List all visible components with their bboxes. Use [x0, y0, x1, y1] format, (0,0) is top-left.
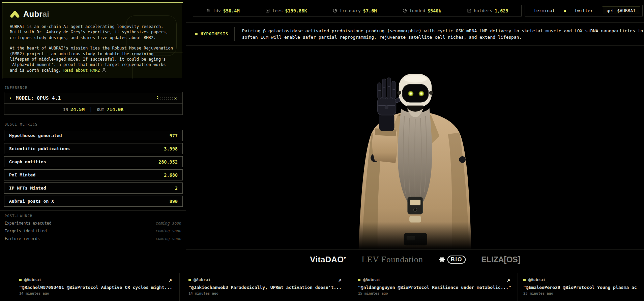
external-link-icon[interactable]: ↗ — [338, 276, 342, 283]
metric-value: 3.998 — [164, 146, 178, 152]
post-launch-row: Experiments executed coming soon — [5, 221, 181, 226]
tweet-header: @Aubrai_ — [188, 277, 342, 282]
post-launch-label: Targets identified — [5, 229, 47, 233]
bullet-square-icon — [19, 279, 22, 281]
about-paragraph-2: At the heart of AUBRAI's mission lies th… — [10, 45, 175, 73]
pie-clock-icon — [333, 8, 337, 13]
bullet-square-icon — [523, 279, 526, 281]
inference-panel: ★ MODEL: OPUS 4.1 IN24.5M │ OUT714.0K — [4, 92, 183, 115]
stat-value: 1,629 — [495, 8, 508, 13]
post-launch-label: Failure records — [5, 236, 40, 241]
fees-chart-icon — [265, 8, 270, 13]
post-launch-row: Failure records coming soon — [5, 236, 181, 241]
metric-row-hypotheses: Hypotheses generated 977 — [4, 130, 183, 141]
about-paragraph-1: AUBRAI is an on-chain AI agent accelerat… — [10, 24, 175, 40]
brand-name: Aubrai — [23, 9, 49, 19]
stat-funded: funded $540k — [403, 8, 441, 13]
metric-row-poi-minted: PoI Minted 2.680 — [4, 169, 183, 180]
trend-doc-icon — [467, 8, 471, 13]
activity-dot-lit — [175, 98, 176, 99]
flask-icon — [102, 68, 106, 72]
metric-row-graph-entities: Graph entities 280.952 — [4, 156, 183, 167]
tweet-card[interactable]: @Aubrai_ ↗ "@nldangnguyen @BioProtocol R… — [349, 273, 518, 301]
brand-name-primary: Aubr — [23, 9, 42, 19]
brand-logo[interactable]: Aubrai — [10, 9, 175, 19]
post-launch-value: coming soon — [156, 229, 181, 233]
terminal-link[interactable]: terminal — [534, 8, 555, 13]
metrics-section-label: DESCI METRICS — [5, 123, 38, 126]
bio-asterisk-icon — [439, 256, 445, 263]
metric-value: 2 — [175, 186, 178, 191]
metric-label: Aubrai posts on X — [9, 199, 54, 204]
tweet-text: "@nldangnguyen @BioProtocol Resilience u… — [358, 285, 511, 290]
brand-name-secondary: ai — [42, 9, 49, 19]
inference-section-label: INFERENCE — [5, 86, 28, 90]
post-launch-panel: POST-LAUNCH Experiments executed coming … — [0, 210, 186, 241]
partners-bar: VitaDAO♥ LEV Foundation BIO ELIZA[OS] — [186, 249, 644, 269]
tweet-text: "@RachelW87093491 @BioProtocol Adaptive … — [19, 285, 173, 290]
external-link-icon[interactable]: ↗ — [507, 276, 510, 283]
stat-holders: holders 1,629 — [467, 8, 508, 13]
hypothesis-label: HYPOTHESIS — [201, 32, 228, 36]
metric-row-ip-nfts: IP NFTs Minted 2 — [4, 182, 183, 194]
nav-box: terminal twitter get $AUBRAI — [525, 5, 643, 16]
tweet-text: "@EmaleePerez9 @BioProtocol Young plasma… — [523, 285, 637, 290]
tweet-card[interactable]: @Aubrai_ "@EmaleePerez9 @BioProtocol You… — [518, 273, 644, 301]
hero-about-panel: Aubrai AUBRAI is an on-chain AI agent ac… — [2, 2, 183, 79]
in-label: IN — [63, 107, 68, 112]
metric-label: Hypotheses generated — [9, 133, 62, 138]
metric-value: 2.680 — [164, 172, 178, 178]
vertical-divider — [234, 27, 235, 41]
post-launch-label: Experiments executed — [5, 221, 51, 226]
tweet-header: @Aubrai_ — [358, 277, 511, 282]
stat-value: $50.4M — [223, 8, 240, 13]
twitter-link[interactable]: twitter — [575, 8, 593, 13]
get-aubrai-button[interactable]: get $AUBRAI — [602, 6, 640, 15]
stat-fees: fees $199.88K — [265, 8, 307, 13]
metric-row-posts-on-x: Aubrai posts on X 890 — [4, 196, 183, 207]
activity-dots — [157, 96, 178, 100]
hypothesis-dot-icon — [195, 33, 198, 35]
post-launch-row: Targets identified coming soon — [5, 229, 181, 233]
stat-label: holders — [474, 8, 492, 13]
model-label: MODEL: OPUS 4.1 — [16, 95, 61, 101]
stat-value: $7.6M — [363, 8, 377, 13]
bullet-square-icon — [188, 279, 191, 281]
metric-row-publications: Scientific publications 3.998 — [4, 143, 183, 154]
tweet-header: @Aubrai_ — [19, 277, 173, 282]
tweet-card[interactable]: @Aubrai_ ↗ "@Jakiechanweb3 Paradoxically… — [180, 273, 349, 301]
bank-icon — [206, 8, 210, 13]
lev-foundation-logo: LEV Foundation — [362, 255, 423, 264]
vitadao-logo-text: VitaDAO — [310, 255, 344, 264]
read-about-rmr2-link[interactable]: Read about RMR2 — [63, 68, 100, 73]
stat-value: $199.88K — [285, 8, 307, 13]
tweet-feed: @Aubrai_ ↗ "@RachelW87093491 @BioProtoco… — [0, 273, 644, 301]
bio-logo: BIO — [439, 256, 466, 264]
post-launch-value: coming soon — [156, 221, 181, 226]
metric-label: IP NFTs Minted — [9, 186, 46, 191]
metric-label: Scientific publications — [9, 146, 70, 151]
metric-value: 890 — [170, 199, 178, 204]
metric-label: PoI Minted — [9, 172, 35, 177]
metric-value: 280.952 — [158, 159, 178, 165]
tweet-handle: @Aubrai_ — [194, 277, 213, 282]
elizaos-logo: ELIZA[OS] — [481, 255, 520, 264]
stat-value: $540k — [428, 8, 441, 13]
activity-dot-lit — [157, 98, 158, 99]
activity-dot-lit — [157, 96, 158, 97]
bio-logo-text: BIO — [447, 256, 466, 264]
token-stats-box: fdv $50.4M fees $199.88K treasury $7.6M … — [193, 5, 522, 16]
in-value: 24.5M — [70, 107, 85, 112]
io-separator: │ — [89, 107, 92, 112]
stat-label: fdv — [213, 8, 221, 13]
aubrai-dashboard: Aubrai AUBRAI is an on-chain AI agent ac… — [0, 0, 644, 301]
tweet-handle: @Aubrai_ — [363, 277, 383, 282]
metric-label: Graph entities — [9, 159, 46, 164]
vitadao-heart-icon: ♥ — [344, 256, 346, 260]
tweet-card[interactable]: @Aubrai_ ↗ "@RachelW87093491 @BioProtoco… — [0, 273, 180, 301]
external-link-icon[interactable]: ↗ — [169, 276, 172, 283]
stat-label: treasury — [340, 8, 361, 13]
hypothesis-text: Pairing β-galactosidase-activated predni… — [242, 28, 644, 41]
stat-label: fees — [272, 8, 283, 13]
stat-treasury: treasury $7.6M — [333, 8, 377, 13]
